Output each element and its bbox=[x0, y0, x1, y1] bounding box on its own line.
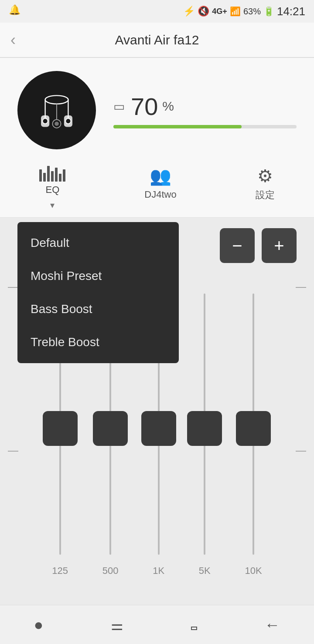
bottom-nav: ● ⚌ ← bbox=[0, 605, 314, 644]
device-section: ▭ 70 % bbox=[0, 58, 314, 158]
status-icons: ⚡ 🔇 4G+ 📶 63% 🔋 14:21 bbox=[183, 5, 305, 18]
eq-label-mid-right: — bbox=[296, 444, 306, 456]
eq-slider-5k[interactable]: 5K bbox=[199, 293, 211, 607]
bluetooth-icon: ⚡ bbox=[183, 6, 195, 17]
eq-label-mid-left: — bbox=[8, 444, 18, 456]
slider-track-5k[interactable] bbox=[204, 293, 205, 555]
tab-eq[interactable]: EQ ▾ bbox=[31, 162, 74, 214]
slider-label-1k: 1K bbox=[153, 565, 164, 577]
battery-percent-sign: % bbox=[162, 99, 174, 114]
slider-thumb-5k[interactable] bbox=[187, 411, 222, 446]
tab-settings-label: 設定 bbox=[256, 189, 275, 202]
battery-bar-container bbox=[113, 125, 297, 128]
device-info: ▭ 70 % bbox=[113, 92, 297, 128]
battery-icon: 🔋 bbox=[263, 6, 274, 17]
settings-icon: ⚙ bbox=[257, 166, 273, 186]
menu-button[interactable]: ⚌ bbox=[98, 611, 137, 638]
battery-percent: 70 bbox=[131, 92, 158, 121]
back-icon: ‹ bbox=[10, 31, 16, 49]
svg-point-0 bbox=[45, 95, 68, 104]
signal-icon: 📶 bbox=[230, 6, 241, 17]
home-button[interactable]: ● bbox=[20, 611, 56, 638]
page-title: Avanti Air fa12 bbox=[115, 33, 199, 47]
dropdown-menu: Default Moshi Preset Bass Boost Treble B… bbox=[17, 222, 179, 363]
dropdown-item-moshi-preset[interactable]: Moshi Preset bbox=[17, 260, 179, 293]
tab-eq-label: EQ bbox=[46, 184, 60, 196]
slider-label-10k: 10K bbox=[245, 565, 262, 577]
slider-label-125: 125 bbox=[52, 565, 68, 577]
svg-point-5 bbox=[43, 118, 48, 124]
slider-label-5k: 5K bbox=[199, 565, 211, 577]
slider-label-500: 500 bbox=[102, 565, 119, 577]
decrease-button[interactable]: − bbox=[220, 228, 255, 263]
battery-row: ▭ 70 % bbox=[113, 92, 297, 121]
device-image bbox=[35, 84, 78, 136]
notification-icon: 🔔 bbox=[9, 4, 20, 16]
svg-point-9 bbox=[55, 121, 59, 126]
eq-icon bbox=[39, 166, 65, 182]
back-nav-button[interactable]: ← bbox=[252, 611, 294, 638]
back-button[interactable]: ‹ bbox=[10, 31, 16, 49]
network-icon: 4G+ bbox=[212, 7, 227, 16]
recents-button[interactable] bbox=[178, 611, 210, 638]
status-time: 14:21 bbox=[277, 5, 305, 18]
back-nav-icon: ← bbox=[265, 616, 280, 634]
slider-track-10k[interactable] bbox=[253, 293, 254, 555]
home-icon: ● bbox=[34, 616, 43, 634]
eq-label-top-left: — bbox=[8, 280, 18, 293]
slider-thumb-1k[interactable] bbox=[141, 411, 176, 446]
nav-tabs: EQ ▾ 👥 DJ4two ⚙ 設定 bbox=[0, 158, 314, 218]
tab-dj4two-label: DJ4two bbox=[144, 189, 176, 200]
dropdown-item-treble-boost[interactable]: Treble Boost bbox=[17, 326, 179, 359]
eq-section: − + Default Moshi Preset Bass Boost Treb… bbox=[0, 218, 314, 629]
dropdown-item-bass-boost[interactable]: Bass Boost bbox=[17, 293, 179, 326]
battery-bar-fill bbox=[113, 125, 242, 128]
eq-side-labels-right: — — — bbox=[288, 280, 314, 620]
eq-label-top-right: — bbox=[296, 280, 306, 293]
slider-thumb-125[interactable] bbox=[43, 411, 78, 446]
increase-button[interactable]: + bbox=[262, 228, 297, 263]
status-bar: 🔔 ⚡ 🔇 4G+ 📶 63% 🔋 14:21 bbox=[0, 0, 314, 23]
tab-settings[interactable]: ⚙ 設定 bbox=[247, 162, 283, 214]
header: ‹ Avanti Air fa12 bbox=[0, 23, 314, 57]
slider-thumb-10k[interactable] bbox=[236, 411, 271, 446]
battery-outline-icon: ▭ bbox=[113, 99, 125, 114]
recents-icon bbox=[191, 627, 197, 630]
slider-thumb-500[interactable] bbox=[93, 411, 128, 446]
menu-icon: ⚌ bbox=[111, 617, 123, 633]
svg-point-6 bbox=[65, 118, 71, 124]
mute-icon: 🔇 bbox=[198, 6, 209, 17]
dropdown-arrow: ▾ bbox=[50, 200, 55, 210]
eq-slider-10k[interactable]: 10K bbox=[245, 293, 262, 607]
tab-dj4two[interactable]: 👥 DJ4two bbox=[136, 162, 185, 214]
dropdown-item-default[interactable]: Default bbox=[17, 226, 179, 260]
dj4two-icon: 👥 bbox=[150, 166, 171, 186]
battery-status-text: 63% bbox=[243, 7, 261, 17]
device-avatar bbox=[17, 71, 96, 149]
